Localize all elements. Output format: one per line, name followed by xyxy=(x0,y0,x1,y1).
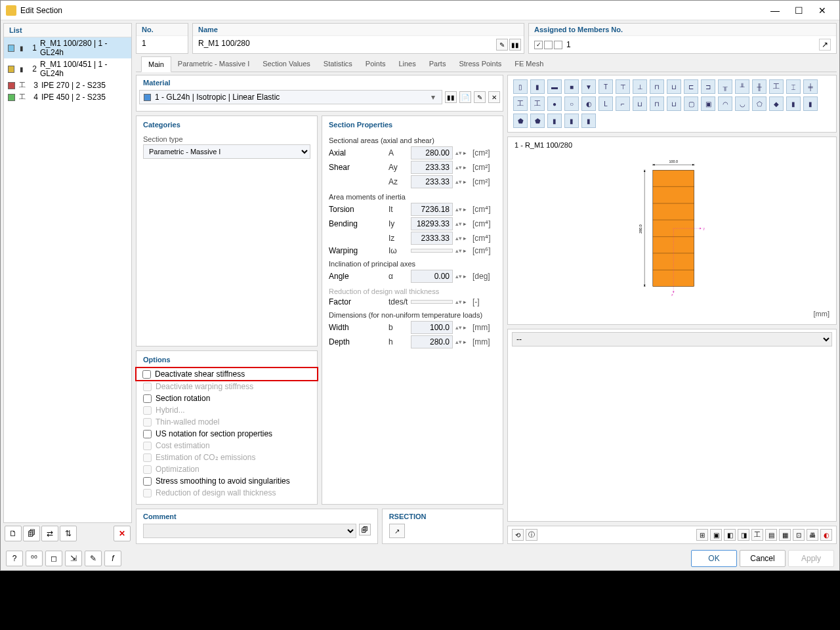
prop-value[interactable]: 233.33 xyxy=(411,161,453,174)
section-type-select[interactable]: Parametric - Massive I xyxy=(143,144,310,159)
picker-icon[interactable]: ▸ xyxy=(463,206,470,213)
apply-button[interactable]: Apply xyxy=(788,550,834,567)
minimize-button[interactable]: — xyxy=(763,1,787,20)
spinner-icon[interactable]: ▴▾ xyxy=(455,325,461,331)
shape-icon[interactable]: ╨ xyxy=(735,79,749,94)
spinner-icon[interactable]: ▴▾ xyxy=(455,179,461,185)
material-lib-icon[interactable]: ▮▮ xyxy=(445,91,457,103)
shape-icon[interactable]: ▢ xyxy=(684,96,698,111)
new-icon[interactable]: 🗋 xyxy=(5,526,22,541)
shape-icon[interactable]: ⊓ xyxy=(650,79,664,94)
list-item[interactable]: ▮ 2 R_M1 100/451 | 1 - GL24h xyxy=(4,58,131,79)
prop-value[interactable]: 18293.33 xyxy=(411,217,453,230)
view-info-icon[interactable]: ⓘ xyxy=(526,529,537,541)
tab-section-values[interactable]: Section Values xyxy=(256,56,317,72)
assign-check3-icon[interactable] xyxy=(554,41,562,49)
comment-input[interactable] xyxy=(143,524,356,538)
view-tool-5-icon[interactable]: 工 xyxy=(751,529,763,541)
chevron-down-icon[interactable]: ▾ xyxy=(429,93,438,102)
option-row[interactable]: US notation for section properties xyxy=(136,428,317,440)
view-tool-2-icon[interactable]: ▣ xyxy=(710,529,722,541)
shape-icon[interactable]: ▮ xyxy=(581,114,596,128)
shape-icon[interactable]: ⊥ xyxy=(633,79,647,94)
shape-icon[interactable]: ▮ xyxy=(786,96,801,111)
option-row[interactable]: Stress smoothing to avoid singularities xyxy=(136,475,317,487)
view-tool-1-icon[interactable]: ⊞ xyxy=(696,529,708,541)
shape-icon[interactable]: ◐ xyxy=(581,96,596,111)
prop-value[interactable]: 100.0 xyxy=(411,321,453,334)
copy-icon[interactable]: 🗐 xyxy=(23,526,40,541)
rsection-launch-icon[interactable]: ↗ xyxy=(389,524,405,538)
tab-points[interactable]: Points xyxy=(359,56,392,72)
tab-statistics[interactable]: Statistics xyxy=(317,56,359,72)
shape-icon[interactable]: ○ xyxy=(564,96,579,111)
option-row[interactable]: Deactivate shear stiffness xyxy=(136,368,318,381)
picker-icon[interactable]: ▸ xyxy=(463,150,470,156)
spinner-icon[interactable]: ▴▾ xyxy=(455,236,461,242)
view-tool-7-icon[interactable]: ▦ xyxy=(779,529,791,541)
shape-icon[interactable]: ◠ xyxy=(718,96,732,111)
shape-icon[interactable]: L xyxy=(598,96,613,111)
prop-value[interactable]: 280.00 xyxy=(411,146,453,159)
shape-icon[interactable]: ⌶ xyxy=(786,79,801,94)
name-input[interactable] xyxy=(198,39,518,48)
footer-tool-5-icon[interactable]: ✎ xyxy=(85,551,102,566)
prop-value[interactable]: 2333.33 xyxy=(411,232,453,245)
picker-icon[interactable]: ▸ xyxy=(463,235,470,242)
shape-icon[interactable]: ⊐ xyxy=(701,79,715,94)
list-item[interactable]: 工 3 IPE 270 | 2 - S235 xyxy=(4,79,131,91)
material-edit-icon[interactable]: ✎ xyxy=(474,91,486,103)
shape-icon[interactable]: ╥ xyxy=(718,79,732,94)
shape-icon[interactable]: ▮ xyxy=(803,96,818,111)
shape-icon[interactable]: ⊔ xyxy=(667,96,681,111)
option-row[interactable]: Section rotation xyxy=(136,392,317,404)
shape-icon[interactable]: ⊔ xyxy=(667,79,681,94)
tab-stress-points[interactable]: Stress Points xyxy=(452,56,508,72)
view-print-icon[interactable]: 🖶 xyxy=(807,529,818,541)
view-tool-6-icon[interactable]: ▤ xyxy=(765,529,777,541)
footer-tool-6-icon[interactable]: f xyxy=(104,551,121,566)
shape-icon[interactable]: ╫ xyxy=(752,79,766,94)
no-input[interactable] xyxy=(142,39,182,48)
prop-value[interactable]: 280.0 xyxy=(411,335,453,348)
option-checkbox[interactable] xyxy=(142,370,151,379)
prop-value[interactable]: 0.00 xyxy=(411,270,453,283)
comment-edit-icon[interactable]: 🗐 xyxy=(359,524,371,536)
shape-icon[interactable]: ╪ xyxy=(803,79,818,94)
option-checkbox[interactable] xyxy=(143,477,152,486)
shape-icon[interactable]: T xyxy=(598,79,613,94)
view-tool-3-icon[interactable]: ◧ xyxy=(724,529,736,541)
spinner-icon[interactable]: ▴▾ xyxy=(455,165,461,171)
spinner-icon[interactable]: ▴▾ xyxy=(455,221,461,227)
close-button[interactable]: ✕ xyxy=(810,1,834,20)
shape-icon[interactable]: ⊓ xyxy=(650,96,664,111)
assign-check2-icon[interactable] xyxy=(544,41,553,49)
shape-icon[interactable]: ⊔ xyxy=(633,96,647,111)
material-select[interactable]: 1 - GL24h | Isotropic | Linear Elastic ▾ xyxy=(139,90,442,104)
option-checkbox[interactable] xyxy=(143,430,152,438)
shape-icon[interactable]: ◡ xyxy=(735,96,749,111)
picker-icon[interactable]: ▸ xyxy=(463,220,470,227)
shape-icon[interactable]: ⌐ xyxy=(616,96,630,111)
help-icon[interactable]: ? xyxy=(6,551,23,566)
tab-lines[interactable]: Lines xyxy=(392,56,422,72)
delete-icon[interactable]: ✕ xyxy=(114,526,131,541)
shape-icon[interactable]: ⬟ xyxy=(513,114,528,128)
assign-check-icon[interactable]: ✓ xyxy=(534,41,543,49)
shape-icon[interactable]: ▯ xyxy=(513,79,528,94)
shape-icon[interactable]: ▮ xyxy=(564,114,579,128)
shape-icon[interactable]: ⬟ xyxy=(530,114,545,128)
list-item[interactable]: 工 4 IPE 450 | 2 - S235 xyxy=(4,91,131,103)
spinner-icon[interactable]: ▴▾ xyxy=(455,150,461,156)
shape-icon[interactable]: 工 xyxy=(513,96,528,111)
prop-value[interactable]: 233.33 xyxy=(411,175,453,188)
shape-icon[interactable]: 工 xyxy=(530,96,545,111)
shape-icon[interactable]: ◆ xyxy=(769,96,784,111)
list-item[interactable]: ▮ 1 R_M1 100/280 | 1 - GL24h xyxy=(4,37,131,58)
edit-name-icon[interactable]: ✎ xyxy=(496,39,508,51)
tool-b-icon[interactable]: ⇅ xyxy=(60,526,77,541)
cancel-button[interactable]: Cancel xyxy=(740,550,786,567)
shape-icon[interactable]: ▮ xyxy=(547,114,562,128)
shape-icon[interactable]: ⊤ xyxy=(616,79,630,94)
picker-icon[interactable]: ▸ xyxy=(463,178,470,185)
